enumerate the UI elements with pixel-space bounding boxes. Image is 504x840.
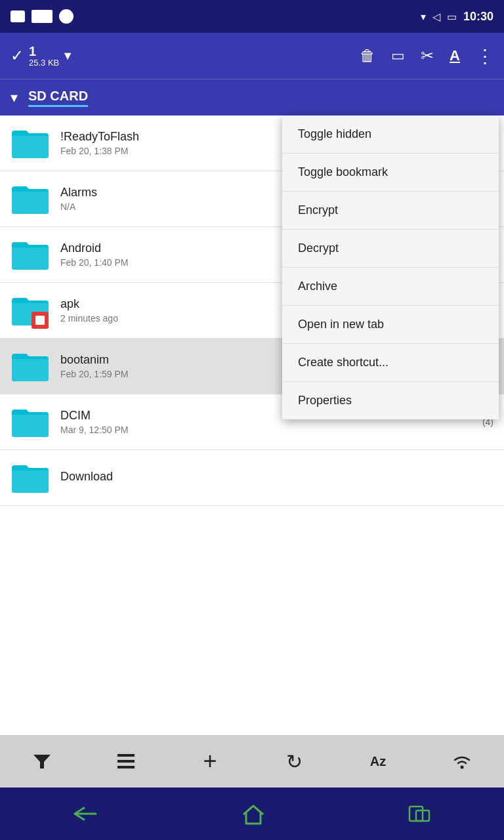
more-options-button[interactable]: ⋮ — [476, 45, 494, 67]
recents-button[interactable] — [407, 804, 433, 824]
font-button[interactable]: A — [450, 47, 460, 64]
location-title: SD CARD — [28, 89, 88, 107]
context-menu: Toggle hiddenToggle bookmarkEncryptDecry… — [282, 116, 499, 419]
wifi-button[interactable] — [442, 742, 482, 781]
selected-size: 25.3 KB — [29, 58, 59, 68]
cut-button[interactable]: ✂ — [421, 47, 434, 65]
toolbar: ✓ 1 25.3 KB ▼ 🗑 ▭ ✂ A ⋮ — [0, 33, 504, 79]
menu-item-archive[interactable]: Archive — [282, 268, 499, 306]
location-chevron-icon[interactable]: ▾ — [10, 89, 18, 106]
menu-item-properties[interactable]: Properties — [282, 382, 499, 419]
menu-item-create-shortcut[interactable]: Create shortcut... — [282, 344, 499, 382]
back-button[interactable] — [71, 804, 100, 824]
menu-item-toggle-hidden[interactable]: Toggle hidden — [282, 116, 499, 154]
desktop-icon — [32, 10, 52, 23]
menu-item-toggle-bookmark[interactable]: Toggle bookmark — [282, 154, 499, 192]
menu-item-decrypt[interactable]: Decrypt — [282, 230, 499, 268]
select-all-check[interactable]: ✓ — [10, 47, 24, 65]
delete-button[interactable]: 🗑 — [360, 47, 375, 65]
menu-item-encrypt[interactable]: Encrypt — [282, 192, 499, 230]
screen-icon — [10, 10, 25, 22]
location-bar: ▾ SD CARD — [0, 79, 504, 116]
record-icon — [59, 9, 74, 24]
copy-button[interactable]: ▭ — [391, 47, 405, 64]
toolbar-dropdown-icon[interactable]: ▼ — [62, 49, 74, 63]
sort-button[interactable]: Az — [358, 742, 398, 781]
signal-icon: ◁ — [432, 10, 440, 23]
menu-item-open-new-tab[interactable]: Open in new tab — [282, 306, 499, 344]
wifi-icon: ▾ — [421, 10, 426, 23]
status-time: 10:30 — [463, 10, 494, 24]
svg-point-4 — [461, 766, 464, 769]
context-menu-overlay[interactable] — [0, 116, 282, 788]
status-bar: ▾ ◁ ▭ 10:30 — [0, 0, 504, 33]
home-button[interactable] — [241, 803, 266, 825]
selected-count: 1 — [29, 45, 59, 58]
battery-icon: ▭ — [447, 10, 457, 23]
nav-bar — [0, 788, 504, 840]
